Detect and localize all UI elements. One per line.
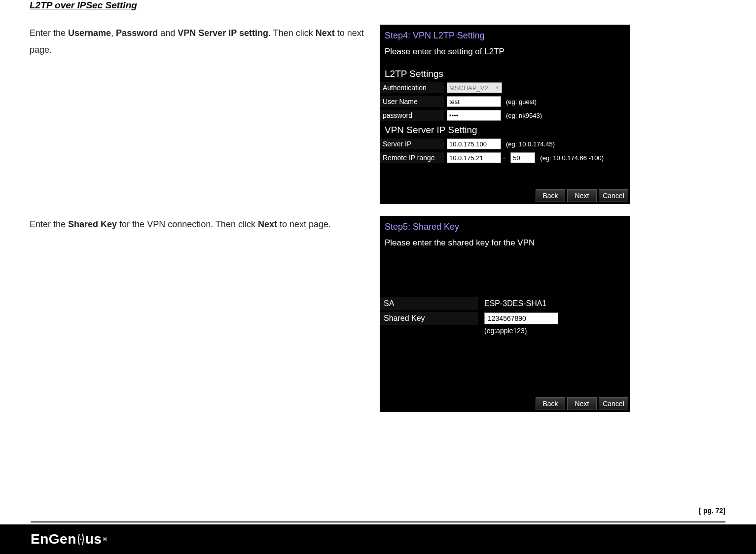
- back-button[interactable]: Back: [536, 189, 565, 202]
- password-input[interactable]: [447, 110, 501, 121]
- registered-icon: ®: [103, 536, 107, 543]
- server-ip-input[interactable]: [447, 138, 501, 149]
- hint-password: (eg: nk9543): [506, 112, 542, 119]
- instruction-l2tp: Enter the Username, Password and VPN Ser…: [30, 25, 365, 204]
- next-button[interactable]: Next: [567, 397, 597, 410]
- back-button[interactable]: Back: [536, 397, 565, 410]
- row-shared-key: Enter the Shared Key for the VPN connect…: [30, 216, 726, 412]
- label-authentication: Authentication: [380, 82, 444, 93]
- logo-bar: EnGen us ®: [0, 524, 756, 554]
- step5-subtitle: Please enter the shared key for the VPN: [380, 235, 630, 258]
- hint-remote-ip: (eg: 10.0.174.66 -100): [540, 154, 604, 162]
- screenshot-shared-key-panel: Step5: Shared Key Please enter the share…: [380, 216, 630, 412]
- bold-next: Next: [316, 28, 335, 38]
- shared-key-input[interactable]: [484, 312, 558, 324]
- chevron-down-icon: ▼: [495, 85, 500, 90]
- page-footer: [ pg. 72] EnGen us ®: [0, 521, 756, 554]
- text: to next page.: [277, 219, 331, 229]
- text: ,: [111, 28, 116, 38]
- dash-separator: -: [503, 153, 505, 162]
- group-vpn-server-ip: VPN Server IP Setting: [380, 123, 630, 138]
- button-bar: Back Next Cancel: [534, 187, 630, 204]
- hint-server-ip: (eg: 10.0.174.45): [506, 140, 555, 148]
- text: Enter the: [30, 28, 68, 38]
- step4-title: Step4: VPN L2TP Setting: [380, 25, 630, 44]
- authentication-value: MSCHAP_V2: [449, 84, 488, 92]
- cancel-button[interactable]: Cancel: [599, 189, 628, 202]
- row-server-ip: Server IP (eg: 10.0.174.45): [380, 138, 630, 150]
- username-input[interactable]: [447, 96, 501, 107]
- bold-password: Password: [116, 28, 158, 38]
- engenius-logo: EnGen us ®: [31, 531, 108, 547]
- value-sa: ESP-3DES-SHA1: [478, 299, 546, 308]
- bold-next: Next: [258, 219, 277, 229]
- step4-subtitle: Please enter the setting of L2TP: [380, 44, 630, 67]
- instruction-shared-key: Enter the Shared Key for the VPN connect…: [30, 216, 365, 412]
- label-sa: SA: [380, 297, 478, 310]
- next-button[interactable]: Next: [567, 189, 597, 202]
- svg-point-0: [80, 539, 81, 540]
- label-shared-key: Shared Key: [380, 312, 478, 325]
- group-l2tp-settings: L2TP Settings: [380, 67, 630, 81]
- bold-shared-key: Shared Key: [68, 219, 117, 229]
- text: Enter the: [30, 219, 68, 229]
- row-password: password (eg: nk9543): [380, 109, 630, 122]
- row-remote-ip: Remote IP range - (eg: 10.0.174.66 -100): [380, 151, 630, 164]
- label-username: User Name: [380, 96, 444, 107]
- row-username: User Name (eg: guest): [380, 95, 630, 108]
- text: and: [158, 28, 178, 38]
- text: . Then click: [268, 28, 316, 38]
- logo-text-post: us: [85, 531, 102, 547]
- label-server-ip: Server IP: [380, 138, 444, 149]
- text: for the VPN connection. Then click: [117, 219, 258, 229]
- remote-ip-end-input[interactable]: [510, 152, 535, 163]
- hint-username: (eg: guest): [506, 98, 537, 105]
- row-shared-key-input: Shared Key: [380, 312, 630, 325]
- step5-title: Step5: Shared Key: [380, 216, 630, 235]
- logo-wave-icon: [77, 533, 84, 546]
- authentication-select[interactable]: MSCHAP_V2 ▼: [447, 82, 502, 93]
- bold-username: Username: [68, 28, 111, 38]
- cancel-button[interactable]: Cancel: [599, 397, 628, 410]
- remote-ip-start-input[interactable]: [447, 152, 501, 163]
- page-number: [ pg. 72]: [699, 507, 725, 515]
- section-heading: L2TP over IPSec Setting: [30, 0, 726, 11]
- bold-vpn-server-ip: VPN Server IP setting: [178, 28, 268, 38]
- screenshot-l2tp-panel: Step4: VPN L2TP Setting Please enter the…: [380, 25, 630, 204]
- row-l2tp: Enter the Username, Password and VPN Ser…: [30, 25, 726, 204]
- hint-shared-key: (eg:apple123): [484, 327, 630, 335]
- footer-divider: [31, 521, 725, 522]
- label-password: password: [380, 110, 444, 121]
- logo-text-pre: EnGen: [31, 531, 76, 547]
- label-remote-ip: Remote IP range: [380, 152, 444, 163]
- button-bar: Back Next Cancel: [534, 395, 630, 412]
- row-authentication: Authentication MSCHAP_V2 ▼: [380, 81, 630, 94]
- row-sa: SA ESP-3DES-SHA1: [380, 297, 630, 310]
